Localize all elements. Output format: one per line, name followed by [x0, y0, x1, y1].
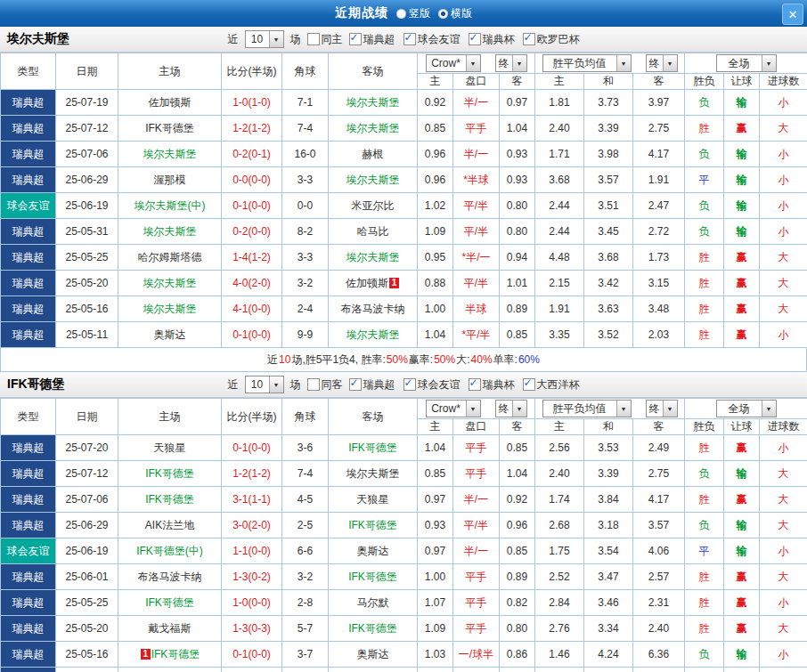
subcol-letball: 让球	[724, 419, 760, 435]
match-type: 瑞典超	[1, 219, 56, 245]
away-team-cell: IFK哥德堡	[329, 513, 418, 538]
col-away: 客场	[329, 53, 418, 90]
filter-bar: IFK哥德堡 近 10 场 同客 瑞典超球会友谊瑞典杯大西洋杯	[0, 372, 807, 398]
match-type: 瑞典超	[1, 322, 56, 348]
match-row: 球会友谊25-06-19埃尔夫斯堡(中)0-1(0-0)0-0米亚尔比1.02平…	[1, 193, 807, 219]
layout-radio-horizontal[interactable]: 横版	[438, 6, 472, 21]
match-type: 球会友谊	[1, 538, 56, 564]
odds-company-select[interactable]: Crow*	[426, 400, 481, 417]
same-venue-checkbox[interactable]: 同主	[307, 32, 343, 47]
match-type: 瑞典超	[1, 642, 56, 668]
scope-select[interactable]: 全场	[716, 400, 777, 417]
match-result: 胜	[685, 116, 724, 142]
match-score: 3-0(2-0)	[222, 513, 282, 538]
asian-home-odds: 0.96	[418, 167, 453, 193]
match-result: 负	[685, 193, 724, 219]
asian-stage-select[interactable]: 终	[495, 400, 527, 417]
corner-score: 3-7	[282, 642, 329, 668]
europe-odds-select[interactable]: 胜平负均值	[542, 54, 632, 72]
league-checkbox[interactable]: 球会友谊	[404, 377, 461, 393]
filter-controls: 近 10 场 同主 瑞典超球会友谊瑞典杯欧罗巴杯	[228, 30, 580, 48]
chevron-down-icon	[663, 401, 677, 417]
subcol-eu-away: 客	[633, 74, 685, 90]
handicap-result: 输	[724, 90, 760, 116]
layout-radio-vertical[interactable]: 竖版	[396, 6, 430, 21]
match-type: 瑞典超	[1, 245, 56, 271]
away-team-cell: 奥斯达	[329, 642, 418, 668]
team-name: 埃尔夫斯堡	[346, 328, 400, 341]
asian-stage-select[interactable]: 终	[495, 54, 527, 72]
match-count-select[interactable]: 10	[245, 30, 284, 48]
home-team-cell: 1IFK哥德堡	[118, 642, 222, 668]
checkbox-label: 同客	[322, 377, 343, 393]
summary-text: 场,胜5平1负4, 胜率:	[291, 352, 385, 368]
subcol-asian-home: 主	[418, 419, 453, 435]
asian-away-odds: 0.89	[500, 296, 535, 322]
handicap-result: 输	[724, 142, 760, 167]
asian-home-odds: 1.00	[418, 564, 453, 590]
corner-score: 8-2	[282, 219, 329, 245]
asian-home-odds: 1.12	[418, 668, 453, 672]
corner-score: 7-1	[282, 90, 329, 116]
games-label: 场	[290, 32, 301, 47]
league-checkbox[interactable]: 瑞典杯	[469, 377, 515, 393]
europe-away-odds: 3.97	[633, 90, 685, 116]
europe-away-odds: 1.73	[633, 245, 685, 271]
europe-odds-select[interactable]: 胜平负均值	[542, 400, 632, 417]
team-name: 埃尔夫斯堡	[346, 122, 400, 134]
handicap-result: 赢	[724, 487, 760, 513]
team-name: 奥斯达	[154, 328, 186, 341]
goals-result: 小	[760, 142, 807, 167]
league-checkbox[interactable]: 瑞典超	[349, 377, 395, 393]
team-name: 埃尔夫斯堡	[143, 277, 197, 289]
same-venue-checkbox[interactable]: 同客	[307, 377, 343, 393]
match-date: 25-05-25	[56, 590, 118, 616]
europe-draw-odds: 3.47	[584, 564, 633, 590]
league-checkbox[interactable]: 球会友谊	[404, 32, 461, 47]
corner-score: 3-2	[282, 564, 329, 590]
scope-select[interactable]: 全场	[716, 54, 777, 72]
asian-handicap-line: 半/一	[453, 487, 500, 513]
checkbox-box	[469, 33, 481, 45]
away-team-cell: 埃尔夫斯堡	[329, 116, 418, 142]
asian-home-odds: 1.04	[418, 322, 453, 348]
match-score: 1-2(1-1)	[222, 668, 282, 672]
europe-draw-odds: 3.84	[584, 487, 633, 513]
goals-result: 大	[760, 564, 807, 590]
matches-table: 类型 日期 主场 比分(半场) 角球 客场 Crow* 终	[0, 398, 807, 672]
asian-handicap-line: 平手	[453, 435, 500, 461]
league-checkbox[interactable]: 瑞典超	[349, 32, 395, 47]
match-date: 25-05-11	[56, 322, 118, 348]
asian-handicap-line: 平手	[453, 461, 500, 487]
team-name: IFK哥德堡	[348, 571, 397, 583]
odds-company-select[interactable]: Crow*	[426, 54, 481, 72]
asian-away-odds: 0.76	[500, 668, 535, 672]
team-name: IFK哥德堡	[145, 493, 194, 506]
europe-stage-select[interactable]: 终	[646, 54, 678, 72]
home-team-cell: IFK哥德堡	[118, 668, 222, 672]
asian-away-odds: 0.96	[500, 513, 535, 538]
match-row: 瑞典超25-07-20天狼星0-1(0-0)3-6IFK哥德堡1.04平手0.8…	[1, 435, 807, 461]
league-checkbox[interactable]: 瑞典杯	[469, 32, 515, 47]
title-bar: 近期战绩 竖版 横版 ✕	[0, 0, 807, 27]
match-row: 球会友谊25-06-19IFK哥德堡(中)1-1(0-0)6-6奥斯达0.97半…	[1, 538, 807, 564]
europe-draw-odds: 3.39	[584, 116, 633, 142]
asian-home-odds: 0.85	[418, 116, 453, 142]
summary-text: 单率:	[493, 352, 518, 368]
asian-handicap-line: 平手	[453, 116, 500, 142]
league-checkbox[interactable]: 大西洋杯	[523, 377, 580, 393]
match-date: 25-05-31	[56, 219, 118, 245]
radio-checked-icon	[438, 9, 448, 19]
match-count-select[interactable]: 10	[245, 376, 284, 393]
europe-stage-select[interactable]: 终	[646, 400, 678, 417]
europe-away-odds: 2.75	[633, 116, 685, 142]
asian-odds-header: Crow* 终	[418, 53, 535, 74]
asian-away-odds: 0.85	[500, 538, 535, 564]
europe-away-odds: 3.15	[633, 271, 685, 296]
close-button[interactable]: ✕	[782, 4, 803, 25]
league-checkbox[interactable]: 欧罗巴杯	[523, 32, 580, 47]
corner-score: 3-3	[282, 245, 329, 271]
handicap-result: 赢	[724, 245, 760, 271]
section-team-title: IFK哥德堡	[7, 372, 65, 397]
europe-draw-odds: 3.53	[584, 435, 633, 461]
